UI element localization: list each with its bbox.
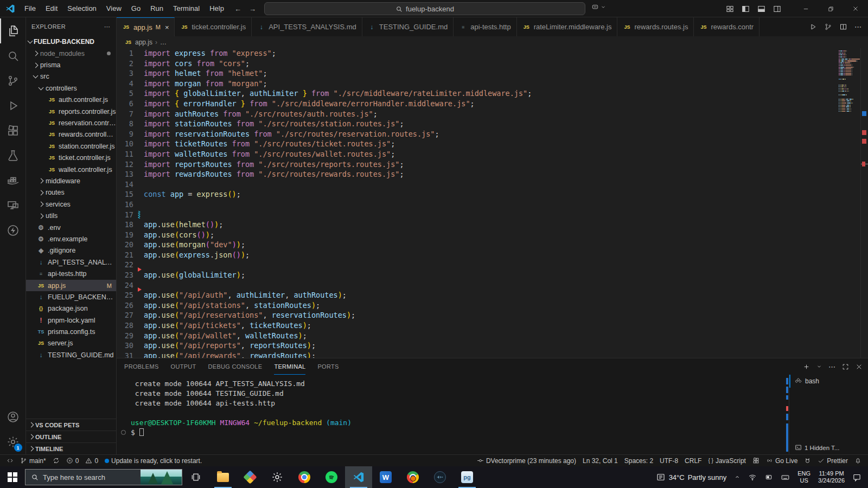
status-extension-status[interactable]	[749, 455, 763, 467]
workspace-root-folder[interactable]: FUELUP-BACKEND	[26, 36, 116, 48]
breadcrumb[interactable]: JS app.js › …	[117, 36, 868, 48]
file-wallet.controller.js[interactable]: JSwallet.controller.js	[26, 164, 116, 175]
tab-close-icon[interactable]: ×	[165, 23, 169, 31]
weather-widget[interactable]: 34°C Partly sunny	[652, 466, 731, 488]
folder-utils[interactable]: utils	[26, 210, 116, 221]
new-terminal-icon[interactable]	[803, 363, 810, 370]
activity-run-debug[interactable]	[0, 93, 26, 118]
taskbar-app-connector[interactable]	[426, 466, 454, 488]
file-package.json[interactable]: {}package.json	[26, 303, 116, 314]
editor-tab[interactable]: JSrateLimiter.middleware.js	[517, 17, 618, 36]
toggle-secondary-sidebar-icon[interactable]	[773, 5, 781, 13]
file-station.controller.js[interactable]: JSstation.controller.js	[26, 140, 116, 152]
search-highlight-image[interactable]	[141, 470, 182, 485]
status-language-mode[interactable]: { }JavaScript	[705, 455, 749, 467]
file-prisma.config.ts[interactable]: TSprisma.config.ts	[26, 326, 116, 337]
copilot-menu[interactable]	[591, 3, 606, 11]
status-cursor-position[interactable]: Ln 32, Col 1	[579, 455, 621, 467]
terminal-scrollbar[interactable]	[786, 375, 789, 454]
language-indicator[interactable]: ENGUS	[794, 466, 814, 488]
panel-more-icon[interactable]: ⋯	[828, 363, 835, 371]
editor-tab[interactable]: JSticket.controller.js	[175, 17, 252, 36]
close-panel-icon[interactable]	[856, 363, 863, 370]
taskbar-app-file-explorer[interactable]	[209, 466, 237, 488]
toggle-panel-icon[interactable]	[757, 5, 765, 13]
status-remote-indicator[interactable]	[3, 455, 17, 467]
menu-view[interactable]: View	[101, 0, 126, 17]
editor-tab[interactable]: ↓API_TESTS_ANALYSIS.md	[252, 17, 362, 36]
terminal-entry-bash[interactable]: bash	[789, 375, 868, 388]
status-update-notice[interactable]: Update is ready, click to restart.	[101, 455, 205, 467]
status-warnings[interactable]: 0	[82, 455, 101, 467]
activity-account[interactable]	[0, 404, 26, 429]
folder-routes[interactable]: routes	[26, 187, 116, 198]
split-editor-icon[interactable]	[839, 23, 847, 31]
taskbar-app-word[interactable]: W	[372, 466, 399, 488]
menu-help[interactable]: Help	[205, 0, 229, 17]
editor-tab[interactable]: JSrewards.routes.js	[617, 17, 694, 36]
activity-source-control[interactable]	[0, 68, 26, 93]
hidden-terminals[interactable]: 1 Hidden T...	[789, 444, 868, 451]
folder-node-modules[interactable]: node_modules	[26, 48, 116, 59]
activity-docker[interactable]	[0, 168, 26, 193]
sidebar-more-actions-icon[interactable]: ⋯	[104, 23, 111, 30]
minimize-button[interactable]	[793, 0, 818, 17]
file-.gitignore[interactable]: ◆.gitignore	[26, 245, 116, 256]
activity-extensions[interactable]	[0, 118, 26, 143]
status-git-blame[interactable]: DVectorprime (23 minutes ago)	[474, 455, 579, 467]
editor-tab[interactable]: JSrewards.contr	[694, 17, 760, 36]
file-reports.controller.js[interactable]: JSreports.controller.js	[26, 106, 116, 117]
file-testing-guide.md[interactable]: ↓TESTING_GUIDE.md	[26, 349, 116, 361]
taskbar-app-chrome-profile[interactable]	[399, 466, 426, 488]
taskbar-app-spotify[interactable]	[318, 466, 345, 488]
file-rewards.controller.js[interactable]: JSrewards.controller.js	[26, 129, 116, 140]
folder-controllers[interactable]: controllers	[26, 82, 116, 94]
more-actions-icon[interactable]: ⋯	[854, 23, 861, 31]
file-api-tests-analysis....[interactable]: ↓API_TESTS_ANALYSIS....	[26, 256, 116, 268]
menu-file[interactable]: File	[20, 0, 41, 17]
activity-thunder-client[interactable]	[0, 218, 26, 243]
status-vscode-pets[interactable]	[801, 455, 814, 467]
folder-middleware[interactable]: middleware	[26, 175, 116, 187]
section-vs-code-pets[interactable]: VS CODE PETS	[26, 419, 116, 431]
folder-src[interactable]: src	[26, 71, 116, 82]
taskbar-app-settings[interactable]	[264, 466, 291, 488]
status-go-live[interactable]: Go Live	[763, 455, 801, 467]
section-outline[interactable]: OUTLINE	[26, 431, 116, 442]
task-view-button[interactable]	[182, 466, 209, 488]
file-reservation.controll...[interactable]: JSreservation.controll...	[26, 117, 116, 129]
command-center[interactable]: fuelup-backend	[264, 2, 585, 15]
file-fuelup-backend-sp...[interactable]: ↓FUELUP_BACKEND_SP...	[26, 291, 116, 303]
editor-tab[interactable]: JSapp.jsM×	[117, 17, 175, 36]
taskbar-app-chrome[interactable]	[291, 466, 318, 488]
file-ticket.controller.js[interactable]: JSticket.controller.js	[26, 152, 116, 164]
battery-status[interactable]	[761, 466, 777, 488]
network-status[interactable]	[744, 466, 761, 488]
folder-services[interactable]: services	[26, 198, 116, 210]
menu-terminal[interactable]: Terminal	[168, 0, 205, 17]
taskbar-app-vscode[interactable]	[345, 466, 372, 488]
forward-icon[interactable]: →	[249, 5, 256, 13]
maximize-panel-icon[interactable]	[842, 363, 849, 370]
menu-go[interactable]: Go	[126, 0, 145, 17]
close-button[interactable]	[843, 0, 868, 17]
customize-layout-icon[interactable]	[726, 5, 734, 13]
clock[interactable]: 11:49 PM3/24/2026	[814, 466, 848, 488]
terminal[interactable]: create mode 100644 API_TESTS_ANALYSIS.md…	[117, 375, 786, 454]
file-api-tests.http[interactable]: ≡api-tests.http	[26, 268, 116, 279]
panel-tab-terminal[interactable]: TERMINAL	[274, 358, 305, 375]
file-.env[interactable]: ⚙.env	[26, 222, 116, 233]
terminal-dropdown-icon[interactable]	[816, 364, 822, 369]
menu-run[interactable]: Run	[145, 0, 168, 17]
start-button[interactable]	[0, 466, 25, 488]
menu-edit[interactable]: Edit	[41, 0, 62, 17]
activity-testing[interactable]	[0, 143, 26, 168]
panel-tab-output[interactable]: OUTPUT	[171, 358, 196, 375]
minimap[interactable]	[838, 48, 860, 358]
editor-tab[interactable]: ≡api-tests.http	[454, 17, 516, 36]
status-git-branch[interactable]: main*	[17, 455, 49, 467]
section-timeline[interactable]: TIMELINE	[26, 442, 116, 454]
code-editor[interactable]: 1import express from "express";2import c…	[117, 48, 868, 358]
panel-tab-debug-console[interactable]: DEBUG CONSOLE	[208, 358, 263, 375]
file-server.js[interactable]: JSserver.js	[26, 338, 116, 349]
